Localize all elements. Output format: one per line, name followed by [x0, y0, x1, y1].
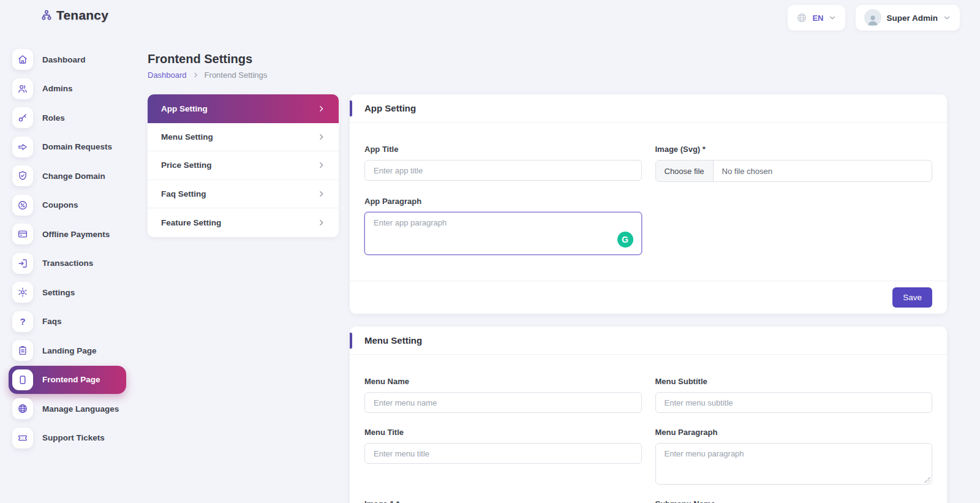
section-title: App Setting	[364, 103, 416, 113]
grammarly-icon[interactable]: G	[617, 232, 633, 248]
breadcrumb-dashboard-link[interactable]: Dashboard	[148, 70, 187, 80]
menu-title-label: Menu Title	[364, 428, 642, 437]
sidebar-item-label: Faqs	[42, 317, 62, 326]
sidebar-item-manage-languages[interactable]: Manage Languages	[9, 395, 126, 423]
chevron-right-icon	[317, 133, 325, 141]
credit-card-icon	[12, 224, 33, 244]
image-1-label: Image 1 *	[364, 499, 642, 503]
tab-price-setting[interactable]: Price Setting	[148, 151, 339, 180]
tab-label: Menu Setting	[161, 132, 213, 142]
sidebar-item-label: Offline Payments	[42, 230, 110, 239]
sidebar: Dashboard Admins Roles Domain Requests	[9, 45, 126, 452]
menu-subtitle-input[interactable]	[655, 392, 933, 413]
org-chart-icon	[40, 9, 53, 21]
sidebar-item-faqs[interactable]: ? Faqs	[9, 308, 126, 336]
key-icon	[12, 107, 33, 128]
menu-name-input[interactable]	[364, 392, 642, 413]
main-content: Frontend Settings Dashboard Frontend Set…	[148, 52, 947, 503]
sidebar-item-support-tickets[interactable]: Support Tickets	[9, 424, 126, 452]
menu-paragraph-field-group: Menu Paragraph	[655, 428, 933, 485]
arrow-right-icon	[12, 137, 33, 157]
menu-name-label: Menu Name	[364, 377, 642, 386]
sidebar-item-offline-payments[interactable]: Offline Payments	[9, 220, 126, 248]
section-title: Menu Setting	[364, 335, 422, 346]
avatar	[864, 9, 881, 26]
chevron-right-icon	[317, 105, 325, 113]
tab-app-setting[interactable]: App Setting	[148, 94, 339, 123]
globe-icon	[12, 398, 33, 419]
app-paragraph-textarea[interactable]	[364, 212, 642, 255]
app-title-input[interactable]	[364, 160, 642, 181]
app-setting-footer: Save	[350, 281, 947, 314]
user-name: Super Admin	[886, 13, 938, 23]
chevron-right-icon	[317, 190, 325, 198]
sidebar-item-label: Frontend Page	[42, 375, 100, 384]
tablet-icon	[12, 369, 33, 390]
menu-paragraph-label: Menu Paragraph	[655, 428, 933, 437]
sidebar-item-label: Landing Page	[42, 346, 97, 355]
percent-circle-icon	[12, 195, 33, 216]
settings-tab-list: App Setting Menu Setting Price Setting F…	[148, 94, 339, 237]
app-setting-header: App Setting	[350, 94, 947, 123]
sidebar-item-label: Roles	[42, 113, 65, 123]
sidebar-item-admins[interactable]: Admins	[9, 75, 126, 103]
sidebar-item-label: Manage Languages	[42, 404, 119, 414]
sidebar-item-change-domain[interactable]: Change Domain	[9, 162, 126, 190]
sidebar-item-label: Support Tickets	[42, 433, 105, 442]
transaction-in-icon	[12, 253, 33, 274]
menu-subtitle-field-group: Menu Subtitle	[655, 377, 933, 413]
tab-feature-setting[interactable]: Feature Setting	[148, 208, 339, 237]
brand-name: Tenancy	[56, 8, 108, 23]
app-title-field-group: App Title	[364, 145, 642, 182]
language-selector[interactable]: EN	[788, 5, 845, 31]
home-icon	[12, 49, 33, 70]
resize-handle[interactable]	[924, 477, 930, 483]
globe-icon	[796, 12, 807, 23]
gear-icon	[12, 282, 33, 303]
image-svg-field-group: Image (Svg) * Choose file No file chosen	[655, 145, 933, 182]
chevron-down-icon	[943, 13, 951, 22]
chevron-right-icon	[317, 219, 325, 227]
breadcrumb-current: Frontend Settings	[205, 70, 268, 80]
image-1-field-group: Image 1 *	[364, 499, 642, 503]
tab-label: Price Setting	[161, 161, 212, 170]
sidebar-item-dashboard[interactable]: Dashboard	[9, 45, 126, 74]
sidebar-item-settings[interactable]: Settings	[9, 278, 126, 306]
page-title: Frontend Settings	[148, 52, 947, 66]
menu-name-field-group: Menu Name	[364, 377, 642, 413]
sidebar-item-label: Settings	[42, 288, 75, 297]
sidebar-item-label: Change Domain	[42, 172, 105, 181]
sidebar-item-frontend-page[interactable]: Frontend Page	[9, 366, 126, 394]
menu-setting-header: Menu Setting	[350, 327, 947, 355]
sidebar-item-roles[interactable]: Roles	[9, 104, 126, 132]
brand-logo[interactable]: Tenancy	[40, 8, 108, 23]
submenu-name-field-group: Submenu Name	[655, 499, 933, 503]
sidebar-item-landing-page[interactable]: Landing Page	[9, 336, 126, 365]
menu-paragraph-textarea[interactable]	[655, 443, 933, 485]
sidebar-item-domain-requests[interactable]: Domain Requests	[9, 133, 126, 161]
sidebar-item-label: Coupons	[42, 200, 78, 210]
tab-menu-setting[interactable]: Menu Setting	[148, 123, 339, 152]
menu-subtitle-label: Menu Subtitle	[655, 377, 933, 386]
header-actions: EN Super Admin	[788, 5, 960, 31]
sidebar-item-transactions[interactable]: Transactions	[9, 249, 126, 278]
chevron-down-icon	[828, 13, 837, 22]
tab-faq-setting[interactable]: Faq Setting	[148, 180, 339, 209]
image-svg-file-input[interactable]: Choose file No file chosen	[655, 160, 933, 182]
menu-title-input[interactable]	[364, 443, 642, 464]
ticket-icon	[12, 428, 33, 448]
chevron-right-icon	[317, 161, 325, 169]
users-icon	[12, 78, 33, 99]
language-code: EN	[812, 13, 823, 23]
tab-label: App Setting	[161, 104, 208, 113]
clipboard-icon	[12, 340, 33, 361]
chevron-right-icon	[192, 72, 199, 78]
app-title-label: App Title	[364, 145, 642, 154]
save-button[interactable]: Save	[892, 287, 932, 308]
tab-label: Faq Setting	[161, 189, 206, 199]
breadcrumb: Dashboard Frontend Settings	[148, 70, 947, 80]
user-menu[interactable]: Super Admin	[856, 5, 960, 31]
choose-file-button[interactable]: Choose file	[656, 161, 714, 181]
sidebar-item-coupons[interactable]: Coupons	[9, 191, 126, 219]
sidebar-item-label: Domain Requests	[42, 142, 112, 151]
